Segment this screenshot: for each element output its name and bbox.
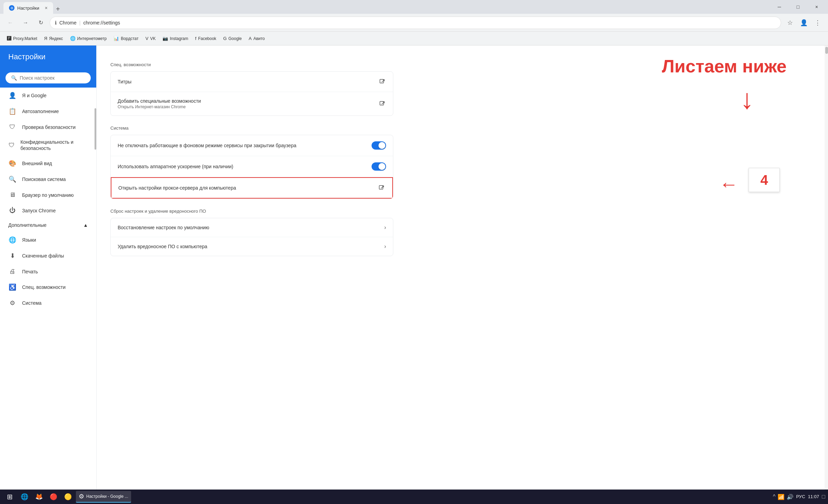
taskbar-chrome-settings[interactable]: ⚙ Настройки - Google ... (76, 491, 131, 503)
proxy-content: Открыть настройки прокси-сервера для ком… (118, 185, 378, 191)
sidebar-item-default-browser-label: Браузер по умолчанию (22, 192, 74, 198)
minimize-button[interactable]: ─ (771, 2, 787, 12)
tray-chevron-icon[interactable]: ^ (773, 494, 776, 500)
proxy-external-link[interactable] (378, 184, 385, 192)
search-engine-icon: 🔍 (8, 175, 17, 183)
annotation-arrow-down-icon: ↓ (740, 83, 754, 115)
bookmark-yandex[interactable]: Я Яндекс (41, 34, 66, 42)
taskbar-app-opera-icon: 🔴 (50, 493, 57, 501)
sidebar-item-print[interactable]: 🖨 Печать (0, 264, 96, 279)
sidebar-item-startup-label: Запуск Chrome (22, 208, 56, 213)
bookmark-instagram-label: Instagram (170, 36, 188, 41)
sidebar-item-safety[interactable]: 🛡 Проверка безопасности (0, 119, 96, 135)
bookmark-facebook-label: Facebook (198, 36, 216, 41)
tray-volume-icon[interactable]: 🔊 (787, 494, 793, 500)
close-button[interactable]: × (809, 2, 825, 12)
bookmark-avito[interactable]: A Авито (246, 34, 268, 42)
sidebar-item-safety-label: Проверка безопасности (22, 124, 76, 130)
add-accessibility-external-link[interactable] (378, 100, 386, 108)
sidebar-item-appearance[interactable]: 🎨 Внешний вид (0, 155, 96, 171)
add-accessibility-title: Добавить специальные возможности (118, 98, 378, 104)
start-button[interactable]: ⊞ (3, 491, 17, 503)
taskbar-app-firefox[interactable]: 🦊 (32, 491, 46, 503)
restore-defaults-row[interactable]: Восстановление настроек по умолчанию › (111, 218, 393, 237)
restore-title: Восстановление настроек по умолчанию (118, 225, 384, 230)
accessibility-icon: ♿ (8, 283, 17, 291)
captions-row[interactable]: Титры (111, 72, 393, 92)
address-url[interactable]: chrome://settings (83, 20, 120, 26)
autofill-icon: 📋 (8, 108, 17, 115)
bookmark-proxy[interactable]: 🅿 Proxy.Market (4, 34, 40, 42)
sidebar-item-downloads[interactable]: ⬇ Скаченные файлы (0, 248, 96, 264)
remove-malware-row[interactable]: Удалить вредоносное ПО с компьютера › (111, 237, 393, 256)
bookmark-internetometer[interactable]: 🌐 Интернетометр (67, 34, 110, 42)
sidebar-item-google[interactable]: 👤 Я и Google (0, 88, 96, 103)
hardware-acceleration-row[interactable]: Использовать аппаратное ускорение (при н… (111, 156, 393, 177)
proxy-title: Открыть настройки прокси-сервера для ком… (118, 185, 378, 191)
active-tab[interactable]: ⚙ Настройки × (3, 2, 53, 14)
sidebar-item-search[interactable]: 🔍 Поисковая система (0, 171, 96, 187)
background-content: Не отключать работающие в фоновом режиме… (118, 143, 372, 148)
sidebar-item-startup[interactable]: ⏻ Запуск Chrome (0, 203, 96, 218)
add-accessibility-row[interactable]: Добавить специальные возможности Открыть… (111, 92, 393, 115)
taskbar-app-yandex[interactable]: 🟡 (61, 491, 75, 503)
startup-icon: ⏻ (8, 207, 17, 214)
hardware-toggle[interactable] (372, 162, 386, 171)
remove-malware-content: Удалить вредоносное ПО с компьютера (118, 244, 384, 249)
content-area[interactable]: Спец. возможности Титры (97, 46, 828, 490)
sidebar-item-accessibility-label: Спец. возможности (22, 284, 66, 290)
proxy-settings-row[interactable]: Открыть настройки прокси-сервера для ком… (111, 177, 393, 199)
tab-title: Настройки (17, 6, 39, 11)
notification-center-icon[interactable]: □ (822, 494, 825, 500)
address-bar[interactable]: ℹ Chrome | chrome://settings (50, 17, 781, 29)
sidebar-item-print-label: Печать (22, 269, 38, 274)
hardware-content: Использовать аппаратное ускорение (при н… (118, 164, 372, 169)
sidebar-scrollbar-thumb (95, 108, 96, 150)
bookmark-google-label: Google (228, 36, 242, 41)
bookmarks-bar: 🅿 Proxy.Market Я Яндекс 🌐 Интернетометр … (0, 32, 828, 46)
bookmark-star-button[interactable]: ☆ (784, 17, 796, 29)
tab-close-button[interactable]: × (45, 5, 48, 11)
bookmark-instagram[interactable]: 📷 Instagram (160, 34, 191, 42)
account-button[interactable]: 👤 (798, 17, 810, 29)
sidebar-item-system[interactable]: ⚙ Система (0, 295, 96, 311)
bookmark-vk[interactable]: V VK (143, 34, 159, 42)
avito-icon: A (249, 36, 252, 41)
captions-external-link[interactable] (378, 78, 386, 85)
sidebar-item-system-label: Система (22, 300, 41, 306)
sidebar-item-accessibility[interactable]: ♿ Спец. возможности (0, 279, 96, 295)
settings-search-input[interactable] (20, 75, 85, 81)
sidebar-item-default-browser[interactable]: 🖥 Браузер по умолчанию (0, 187, 96, 203)
maximize-button[interactable]: □ (790, 2, 806, 12)
bookmark-wordstat[interactable]: 📊 Вордстат (111, 34, 141, 42)
yandex-icon: Я (44, 36, 47, 41)
sidebar-item-privacy[interactable]: 🛡 Конфиденциальность и безопасность (0, 135, 96, 155)
reload-button[interactable]: ↻ (34, 17, 47, 29)
back-button[interactable]: ← (4, 17, 17, 29)
sidebar-item-autofill[interactable]: 📋 Автозаполнение (0, 103, 96, 119)
accessibility-section-title: Спец. возможности (110, 62, 393, 67)
search-icon: 🔍 (11, 75, 17, 81)
remove-malware-chevron-icon: › (384, 243, 386, 250)
new-tab-button[interactable]: + (53, 4, 63, 14)
taskbar-app-ie[interactable]: 🌐 (18, 491, 31, 503)
chrome-menu-button[interactable]: ⋮ (811, 17, 824, 29)
downloads-icon: ⬇ (8, 252, 17, 260)
bookmark-google[interactable]: G Google (220, 34, 245, 42)
forward-button[interactable]: → (19, 17, 32, 29)
taskbar-app-opera[interactable]: 🔴 (47, 491, 60, 503)
taskbar-app-ie-icon: 🌐 (21, 493, 28, 501)
bookmark-internetometer-label: Интернетометр (77, 36, 107, 41)
sidebar-item-languages[interactable]: 🌐 Языки (0, 232, 96, 248)
system-card: Не отключать работающие в фоновом режиме… (110, 135, 393, 199)
internetometer-icon: 🌐 (70, 36, 76, 41)
restore-chevron-icon: › (384, 224, 386, 231)
background-toggle[interactable] (372, 141, 386, 150)
tray-network-icon[interactable]: 📶 (778, 494, 785, 500)
background-services-row[interactable]: Не отключать работающие в фоновом режиме… (111, 135, 393, 156)
privacy-icon: 🛡 (8, 142, 15, 149)
bookmark-facebook[interactable]: f Facebook (193, 34, 219, 42)
sidebar-advanced-header[interactable]: Дополнительные ▲ (0, 218, 96, 232)
taskbar-clock[interactable]: 11:07 (808, 494, 819, 500)
instagram-icon: 📷 (162, 36, 168, 41)
